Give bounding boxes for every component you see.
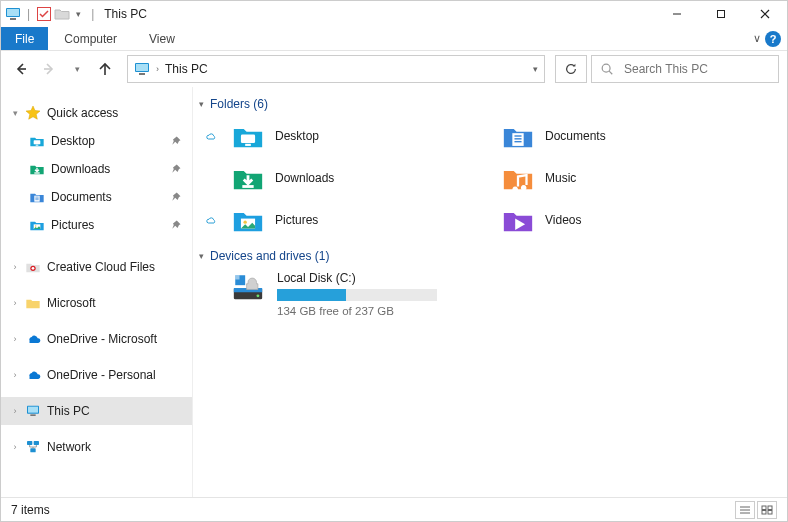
minimize-button[interactable]	[655, 1, 699, 27]
recent-locations-button[interactable]: ▾	[65, 57, 89, 81]
drive-free-text: 134 GB free of 237 GB	[277, 305, 437, 317]
pin-icon	[170, 163, 182, 175]
sidebar-item-cc-0[interactable]: ›Creative Cloud Files	[1, 253, 192, 281]
drive-item[interactable]: Local Disk (C:)134 GB free of 237 GB	[197, 267, 777, 321]
sidebar-item-label: Pictures	[51, 218, 94, 232]
svg-rect-31	[34, 441, 39, 445]
refresh-button[interactable]	[555, 55, 587, 83]
sidebar-item-label: OneDrive - Personal	[47, 368, 156, 382]
separator: |	[91, 7, 94, 21]
folder-pictures[interactable]: Pictures	[197, 199, 467, 241]
svg-point-26	[32, 267, 35, 270]
sidebar-quick-access[interactable]: ▾ Quick access	[1, 99, 192, 127]
chevron-right-icon[interactable]: ›	[9, 262, 21, 272]
tab-computer[interactable]: Computer	[48, 27, 133, 50]
svg-line-15	[609, 71, 612, 74]
breadcrumb-chevron-icon[interactable]: ›	[156, 64, 159, 74]
ribbon-expand-icon[interactable]: ∨	[753, 32, 761, 45]
svg-rect-50	[762, 506, 766, 510]
pin-icon	[170, 219, 182, 231]
svg-rect-19	[34, 196, 39, 202]
sidebar-item-pc-4[interactable]: ›This PC	[1, 397, 192, 425]
quick-access-checkbox-icon[interactable]	[36, 6, 52, 22]
sidebar-item-label: Quick access	[47, 106, 118, 120]
group-label: Folders (6)	[210, 97, 268, 111]
sidebar-item-network-5[interactable]: ›Network	[1, 433, 192, 461]
documents-icon	[501, 119, 535, 153]
maximize-button[interactable]	[699, 1, 743, 27]
sidebar-item-documents[interactable]: Documents	[1, 183, 192, 211]
desktop-icon	[29, 133, 45, 149]
svg-rect-16	[34, 140, 41, 144]
search-icon	[600, 62, 614, 76]
sidebar-item-label: Desktop	[51, 134, 95, 148]
chevron-right-icon[interactable]: ›	[9, 406, 21, 416]
folder-downloads[interactable]: Downloads	[197, 157, 467, 199]
chevron-right-icon[interactable]: ›	[9, 298, 21, 308]
sidebar-item-desktop[interactable]: Desktop	[1, 127, 192, 155]
chevron-down-icon[interactable]: ▾	[199, 99, 204, 109]
close-button[interactable]	[743, 1, 787, 27]
system-icon	[5, 6, 21, 22]
sidebar-item-onedrive-2[interactable]: ›OneDrive - Microsoft	[1, 325, 192, 353]
star-icon	[25, 105, 41, 121]
chevron-right-icon[interactable]: ›	[9, 370, 21, 380]
up-button[interactable]	[93, 57, 117, 81]
svg-rect-46	[235, 275, 239, 279]
tab-file[interactable]: File	[1, 27, 48, 50]
chevron-right-icon[interactable]: ›	[9, 334, 21, 344]
tab-view[interactable]: View	[133, 27, 191, 50]
folder-label: Videos	[545, 213, 733, 227]
status-bar: 7 items	[1, 497, 787, 521]
drive-usage-bar	[277, 289, 437, 301]
music-icon	[501, 161, 535, 195]
drive-label: Local Disk (C:)	[277, 271, 437, 285]
svg-point-44	[257, 294, 260, 297]
documents-icon	[29, 189, 45, 205]
chevron-right-icon[interactable]: ›	[9, 442, 21, 452]
folder-desktop[interactable]: Desktop	[197, 115, 467, 157]
address-bar[interactable]: › This PC ▾	[127, 55, 545, 83]
folder-documents[interactable]: Documents	[467, 115, 737, 157]
onedrive-icon	[25, 367, 41, 383]
group-drives[interactable]: ▾ Devices and drives (1)	[199, 249, 777, 263]
svg-rect-12	[136, 64, 148, 71]
svg-rect-1	[7, 9, 19, 16]
help-icon[interactable]: ?	[765, 31, 781, 47]
content-pane[interactable]: ▾ Folders (6) DesktopDocumentsDownloadsM…	[193, 87, 787, 497]
chevron-down-icon[interactable]: ▾	[9, 108, 21, 118]
view-icons-button[interactable]	[757, 501, 777, 519]
view-details-button[interactable]	[735, 501, 755, 519]
folder-videos[interactable]: Videos	[467, 199, 737, 241]
back-button[interactable]	[9, 57, 33, 81]
sidebar-item-folder-1[interactable]: ›Microsoft	[1, 289, 192, 317]
breadcrumb-this-pc[interactable]: This PC	[165, 62, 208, 76]
folder-music[interactable]: Music	[467, 157, 737, 199]
svg-rect-30	[27, 441, 32, 445]
svg-rect-13	[139, 73, 145, 75]
cc-icon	[25, 259, 41, 275]
address-history-dropdown[interactable]: ▾	[533, 64, 538, 74]
desktop-icon	[231, 119, 265, 153]
sidebar-item-label: Downloads	[51, 162, 110, 176]
sidebar-item-onedrive-3[interactable]: ›OneDrive - Personal	[1, 361, 192, 389]
chevron-down-icon[interactable]: ▾	[199, 251, 204, 261]
quick-access-dropdown-icon[interactable]: ▾	[72, 9, 85, 19]
sidebar-item-label: This PC	[47, 404, 90, 418]
separator: |	[27, 7, 30, 21]
pc-icon	[25, 403, 41, 419]
group-label: Devices and drives (1)	[210, 249, 329, 263]
navigation-tree: ▾ Quick access DesktopDownloadsDocuments…	[1, 87, 193, 497]
forward-button[interactable]	[37, 57, 61, 81]
sidebar-item-downloads[interactable]: Downloads	[1, 155, 192, 183]
search-box[interactable]	[591, 55, 779, 83]
title-bar: | ▾ | This PC	[1, 1, 787, 27]
svg-rect-53	[768, 510, 772, 514]
folder-label: Music	[545, 171, 733, 185]
sidebar-item-pictures[interactable]: Pictures	[1, 211, 192, 239]
group-folders[interactable]: ▾ Folders (6)	[199, 97, 777, 111]
quick-access-folder-icon[interactable]	[54, 6, 70, 22]
search-input[interactable]	[622, 61, 776, 77]
svg-rect-5	[718, 11, 725, 18]
pin-icon	[170, 135, 182, 147]
